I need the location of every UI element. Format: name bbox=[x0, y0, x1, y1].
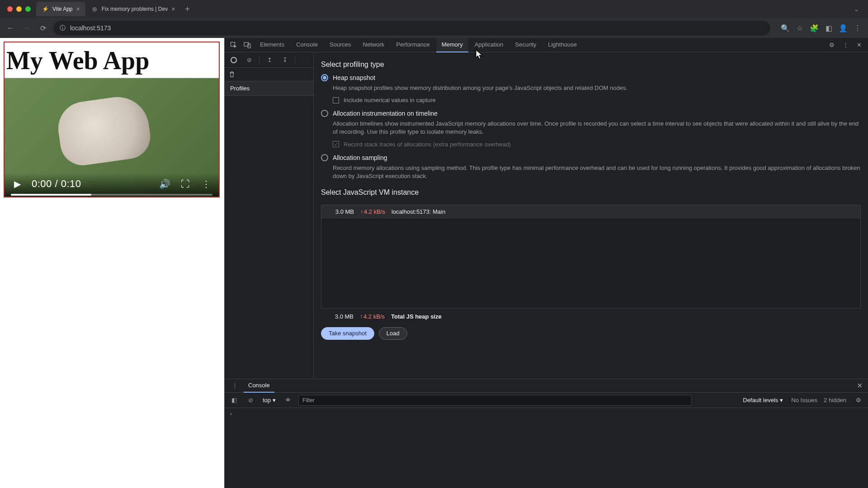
video-player[interactable]: ▶ 0:00 / 0:10 🔊 ⛶ ⋮ bbox=[5, 78, 219, 197]
sidebar-toolbar: ⊘ ↥ ↧ bbox=[225, 52, 313, 68]
reload-button[interactable]: ⟳ bbox=[37, 22, 49, 34]
record-button[interactable] bbox=[228, 55, 239, 66]
drawer-tabbar: ⋮ Console ✕ bbox=[225, 379, 868, 393]
video-controls: ▶ 0:00 / 0:10 🔊 ⛶ ⋮ bbox=[5, 173, 219, 197]
volume-button[interactable]: 🔊 bbox=[158, 178, 171, 190]
clear-button[interactable]: ⊘ bbox=[244, 55, 255, 66]
up-arrow-icon: ↑ bbox=[360, 209, 363, 215]
log-levels-selector[interactable]: Default levels▾ bbox=[741, 397, 785, 404]
console-filter-input[interactable]: Filter bbox=[298, 395, 692, 406]
browser-tab-active[interactable]: ⚡ Vite App × bbox=[36, 2, 85, 16]
main-split: My Web App ▶ 0:00 / 0:10 🔊 ⛶ ⋮ bbox=[0, 38, 868, 488]
select-type-title: Select profiling type bbox=[321, 61, 861, 69]
maximize-window-icon[interactable] bbox=[25, 6, 31, 12]
devtools-menu-icon[interactable]: ⋮ bbox=[839, 39, 852, 52]
settings-icon[interactable]: ⚙ bbox=[826, 39, 838, 52]
download-icon[interactable]: ↧ bbox=[279, 55, 290, 66]
context-selector[interactable]: top▾ bbox=[261, 397, 278, 404]
checkbox-label[interactable]: Record stack traces of allocations (extr… bbox=[344, 141, 511, 148]
radio-heap[interactable] bbox=[321, 74, 328, 81]
address-bar[interactable]: ⓘ localhost:5173 bbox=[53, 21, 770, 35]
live-expression-icon[interactable]: 👁 bbox=[282, 394, 294, 406]
browser-chrome: ⚡ Vite App × ◎ Fix memory problems | Dev… bbox=[0, 0, 868, 38]
bookmark-icon[interactable]: ☆ bbox=[794, 22, 806, 34]
profile-icon[interactable]: 👤 bbox=[837, 22, 849, 34]
window-controls bbox=[4, 6, 36, 12]
radio-sampling[interactable] bbox=[321, 154, 328, 161]
total-rate: ↑4.2 kB/s bbox=[360, 313, 385, 320]
new-tab-button[interactable]: + bbox=[180, 5, 194, 14]
tab-security[interactable]: Security bbox=[509, 38, 542, 52]
extensions-icon[interactable]: 🧩 bbox=[808, 22, 820, 34]
chevron-down-icon: ▾ bbox=[273, 397, 276, 404]
close-drawer-icon[interactable]: ✕ bbox=[855, 381, 864, 390]
close-tab-icon[interactable]: × bbox=[76, 5, 80, 13]
close-tab-icon[interactable]: × bbox=[171, 5, 175, 13]
console-settings-icon[interactable]: ⚙ bbox=[853, 394, 864, 406]
nav-bar: ← → ⟳ ⓘ localhost:5173 🔍 ☆ 🧩 ◧ 👤 ⋮ bbox=[0, 18, 868, 38]
favicon-icon: ⚡ bbox=[42, 5, 49, 13]
total-label: Total JS heap size bbox=[391, 313, 442, 320]
drawer-menu-icon[interactable]: ⋮ bbox=[228, 380, 241, 392]
vm-rate: ↑4.2 kB/s bbox=[360, 208, 385, 215]
console-sidebar-icon[interactable]: ◧ bbox=[228, 394, 240, 406]
chrome-menu-icon[interactable]: ⌄ bbox=[854, 6, 864, 13]
sidepanel-icon[interactable]: ◧ bbox=[823, 22, 835, 34]
gc-button[interactable] bbox=[225, 68, 313, 81]
option-label[interactable]: Allocation instrumentation on timeline bbox=[333, 110, 438, 117]
inspect-element-icon[interactable] bbox=[227, 39, 240, 52]
chevron-down-icon: ▾ bbox=[780, 397, 783, 404]
tab-sources[interactable]: Sources bbox=[324, 38, 357, 52]
kebab-menu-icon[interactable]: ⋮ bbox=[852, 22, 863, 34]
checkbox-label[interactable]: Include numerical values in capture bbox=[344, 97, 436, 103]
radio-timeline[interactable] bbox=[321, 110, 328, 117]
console-toolbar: ◧ ⊘ top▾ 👁 Filter Default levels▾ No Iss… bbox=[225, 393, 868, 408]
nav-actions: 🔍 ☆ 🧩 ◧ 👤 ⋮ bbox=[779, 22, 863, 34]
tab-console[interactable]: Console bbox=[291, 38, 323, 52]
load-button[interactable]: Load bbox=[379, 327, 407, 340]
console-prompt-icon: › bbox=[229, 411, 232, 417]
tab-network[interactable]: Network bbox=[358, 38, 390, 52]
memory-panel: ⊘ ↥ ↧ Profiles Select profiling type Hea… bbox=[225, 52, 868, 379]
vm-row[interactable]: 3.0 MB ↑4.2 kB/s localhost:5173: Main bbox=[321, 205, 860, 219]
take-snapshot-button[interactable]: Take snapshot bbox=[321, 327, 374, 340]
option-allocation-timeline: Allocation instrumentation on timeline A… bbox=[321, 110, 861, 147]
tab-memory[interactable]: Memory bbox=[436, 38, 468, 52]
video-progress[interactable] bbox=[11, 194, 212, 196]
devtools-pane: Elements Console Sources Network Perform… bbox=[225, 38, 868, 488]
vm-total-row: 3.0 MB ↑4.2 kB/s Total JS heap size bbox=[321, 309, 861, 325]
tab-performance[interactable]: Performance bbox=[391, 38, 435, 52]
site-info-icon[interactable]: ⓘ bbox=[60, 24, 66, 32]
sidebar-heading: Profiles bbox=[225, 81, 313, 96]
tab-elements[interactable]: Elements bbox=[255, 38, 290, 52]
close-window-icon[interactable] bbox=[7, 6, 13, 12]
device-toolbar-icon[interactable] bbox=[241, 39, 254, 52]
checkbox-record-stacks[interactable] bbox=[333, 141, 339, 147]
browser-tab[interactable]: ◎ Fix memory problems | Dev × bbox=[85, 2, 181, 16]
tab-application[interactable]: Application bbox=[469, 38, 509, 52]
hidden-count[interactable]: 2 hidden bbox=[824, 397, 846, 404]
clear-console-icon[interactable]: ⊘ bbox=[245, 394, 256, 406]
vm-instance-table: 3.0 MB ↑4.2 kB/s localhost:5173: Main bbox=[321, 205, 861, 309]
upload-icon[interactable]: ↥ bbox=[264, 55, 275, 66]
video-menu-button[interactable]: ⋮ bbox=[200, 178, 212, 190]
issues-label[interactable]: No Issues bbox=[791, 397, 817, 404]
tab-lighthouse[interactable]: Lighthouse bbox=[542, 38, 582, 52]
tab-title: Vite App bbox=[52, 6, 72, 12]
console-body[interactable]: › bbox=[225, 408, 868, 488]
option-label[interactable]: Allocation sampling bbox=[333, 154, 387, 161]
play-button[interactable]: ▶ bbox=[11, 178, 24, 190]
select-vm-title: Select JavaScript VM instance bbox=[321, 188, 861, 197]
up-arrow-icon: ↑ bbox=[360, 313, 363, 319]
drawer-tab-console[interactable]: Console bbox=[244, 379, 274, 393]
minimize-window-icon[interactable] bbox=[16, 6, 22, 12]
checkbox-include-numerical[interactable] bbox=[333, 97, 339, 103]
forward-button[interactable]: → bbox=[21, 22, 33, 34]
action-buttons: Take snapshot Load bbox=[321, 327, 861, 340]
option-label[interactable]: Heap snapshot bbox=[333, 74, 375, 81]
fullscreen-button[interactable]: ⛶ bbox=[179, 178, 192, 190]
zoom-icon[interactable]: 🔍 bbox=[779, 22, 791, 34]
back-button[interactable]: ← bbox=[5, 22, 16, 34]
close-devtools-icon[interactable]: ✕ bbox=[853, 39, 865, 52]
tab-bar: ⚡ Vite App × ◎ Fix memory problems | Dev… bbox=[0, 0, 868, 18]
